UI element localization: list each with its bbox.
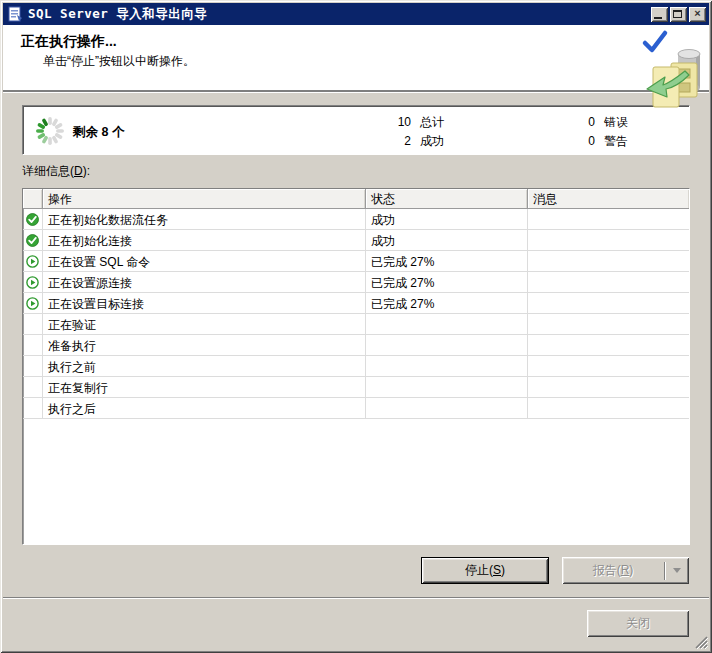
resize-grip[interactable] bbox=[695, 636, 708, 649]
details-table[interactable]: 操作 状态 消息 正在初始化数据流任务成功正在初始化连接成功正在设置 SQL 命… bbox=[22, 188, 690, 545]
row-status-icon-cell bbox=[23, 314, 43, 334]
row-action: 正在复制行 bbox=[43, 377, 366, 397]
row-action: 正在初始化连接 bbox=[43, 230, 366, 250]
row-status: 成功 bbox=[366, 209, 528, 229]
stat-total-value: 10 bbox=[379, 113, 411, 132]
status-running-icon bbox=[26, 276, 39, 289]
row-action: 正在设置目标连接 bbox=[43, 293, 366, 313]
row-status: 已完成 27% bbox=[366, 272, 528, 292]
row-message bbox=[528, 272, 689, 292]
row-status-icon-cell bbox=[23, 272, 43, 292]
row-status-icon-cell bbox=[23, 377, 43, 397]
row-status bbox=[366, 398, 528, 418]
row-action: 正在验证 bbox=[43, 314, 366, 334]
wizard-art-icon bbox=[641, 27, 707, 123]
row-status-icon-cell bbox=[23, 230, 43, 250]
header-separator bbox=[3, 90, 709, 93]
row-status-icon-cell bbox=[23, 335, 43, 355]
wizard-header: 正在执行操作... 单击“停止”按钮以中断操作。 bbox=[3, 25, 709, 90]
report-button[interactable]: 报告(R) bbox=[562, 557, 689, 584]
row-action: 准备执行 bbox=[43, 335, 366, 355]
row-status-icon-cell bbox=[23, 209, 43, 229]
row-status: 已完成 27% bbox=[366, 251, 528, 271]
table-header: 操作 状态 消息 bbox=[23, 189, 689, 209]
table-row[interactable]: 正在初始化数据流任务成功 bbox=[23, 209, 689, 230]
maximize-button[interactable] bbox=[670, 7, 687, 22]
row-message bbox=[528, 356, 689, 376]
minimize-icon bbox=[654, 17, 662, 19]
close-button[interactable]: × bbox=[689, 7, 706, 22]
stat-error-label: 错误 bbox=[604, 113, 628, 132]
stat-success-value: 2 bbox=[379, 132, 411, 151]
stat-success-label: 成功 bbox=[420, 132, 444, 151]
row-status-icon-cell bbox=[23, 398, 43, 418]
row-action: 正在设置源连接 bbox=[43, 272, 366, 292]
row-action: 正在设置 SQL 命令 bbox=[43, 251, 366, 271]
row-status-icon-cell bbox=[23, 251, 43, 271]
footer-separator bbox=[3, 597, 709, 599]
stop-button[interactable]: 停止(S) bbox=[421, 557, 549, 584]
remaining-count: 剩余 8 个 bbox=[73, 124, 124, 141]
title-bar[interactable]: SQL Server 导入和导出向导 × bbox=[3, 3, 709, 25]
row-message bbox=[528, 398, 689, 418]
progress-spinner-icon bbox=[34, 115, 66, 147]
row-message bbox=[528, 293, 689, 313]
row-status bbox=[366, 356, 528, 376]
details-label: 详细信息(D): bbox=[22, 163, 90, 180]
row-message bbox=[528, 230, 689, 250]
maximize-icon bbox=[673, 10, 682, 18]
row-message bbox=[528, 377, 689, 397]
row-message bbox=[528, 314, 689, 334]
status-success-icon bbox=[26, 213, 39, 226]
row-message bbox=[528, 335, 689, 355]
table-row[interactable]: 正在设置目标连接已完成 27% bbox=[23, 293, 689, 314]
table-row[interactable]: 准备执行 bbox=[23, 335, 689, 356]
app-icon bbox=[7, 6, 23, 22]
page-subtitle: 单击“停止”按钮以中断操作。 bbox=[43, 53, 195, 70]
minimize-button[interactable] bbox=[651, 7, 668, 22]
row-status: 已完成 27% bbox=[366, 293, 528, 313]
column-header-status[interactable]: 状态 bbox=[366, 189, 528, 208]
status-running-icon bbox=[26, 297, 39, 310]
stat-warning-value: 0 bbox=[563, 132, 595, 151]
row-action: 执行之后 bbox=[43, 398, 366, 418]
row-status bbox=[366, 377, 528, 397]
row-status-icon-cell bbox=[23, 356, 43, 376]
column-header-message[interactable]: 消息 bbox=[528, 189, 689, 208]
status-success-icon bbox=[26, 234, 39, 247]
stat-error-value: 0 bbox=[563, 113, 595, 132]
close-dialog-button[interactable]: 关闭 bbox=[587, 610, 689, 637]
row-status bbox=[366, 335, 528, 355]
table-row[interactable]: 正在设置源连接已完成 27% bbox=[23, 272, 689, 293]
table-row[interactable]: 正在初始化连接成功 bbox=[23, 230, 689, 251]
row-action: 正在初始化数据流任务 bbox=[43, 209, 366, 229]
row-status-icon-cell bbox=[23, 293, 43, 313]
column-header-action[interactable]: 操作 bbox=[43, 189, 366, 208]
table-row[interactable]: 执行之后 bbox=[23, 398, 689, 419]
table-body: 正在初始化数据流任务成功正在初始化连接成功正在设置 SQL 命令已完成 27%正… bbox=[23, 209, 689, 419]
column-header-icon[interactable] bbox=[23, 189, 43, 208]
stat-warning-label: 警告 bbox=[604, 132, 628, 151]
table-row[interactable]: 执行之前 bbox=[23, 356, 689, 377]
table-row[interactable]: 正在验证 bbox=[23, 314, 689, 335]
close-icon: × bbox=[689, 7, 706, 21]
status-running-icon bbox=[26, 255, 39, 268]
row-message bbox=[528, 251, 689, 271]
window-title: SQL Server 导入和导出向导 bbox=[28, 6, 207, 23]
table-row[interactable]: 正在复制行 bbox=[23, 377, 689, 398]
chevron-down-icon bbox=[673, 568, 681, 573]
table-row[interactable]: 正在设置 SQL 命令已完成 27% bbox=[23, 251, 689, 272]
row-action: 执行之前 bbox=[43, 356, 366, 376]
row-status bbox=[366, 314, 528, 334]
stat-total-label: 总计 bbox=[420, 113, 444, 132]
progress-summary: 剩余 8 个 10 总计 2 成功 0 错误 0 警告 bbox=[22, 105, 690, 155]
row-message bbox=[528, 209, 689, 229]
row-status: 成功 bbox=[366, 230, 528, 250]
wizard-window: SQL Server 导入和导出向导 × 正在执行操作... 单击“停止”按钮以… bbox=[0, 0, 712, 653]
report-dropdown-arrow[interactable] bbox=[665, 568, 689, 573]
page-title: 正在执行操作... bbox=[21, 33, 117, 51]
